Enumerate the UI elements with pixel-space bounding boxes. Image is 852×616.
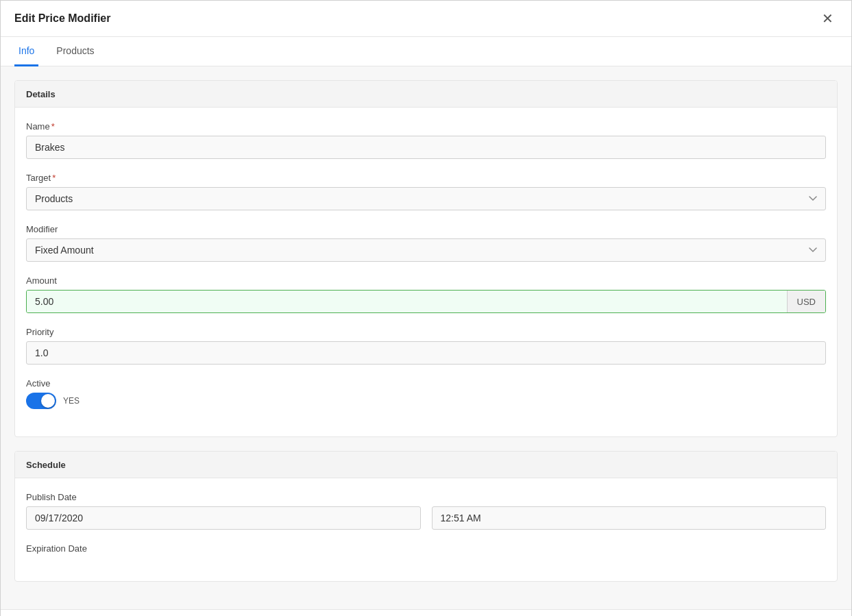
amount-wrapper: USD: [26, 290, 826, 313]
edit-price-modifier-modal: Edit Price Modifier ✕ Info Products Deta…: [0, 0, 852, 616]
modal-header: Edit Price Modifier ✕: [1, 1, 851, 37]
active-toggle[interactable]: [26, 393, 56, 409]
tabs-container: Info Products: [1, 37, 851, 66]
active-row: YES: [26, 393, 826, 409]
publish-date-input[interactable]: [26, 506, 421, 530]
tab-products[interactable]: Products: [52, 37, 98, 66]
target-select[interactable]: Products Categories Customers: [26, 187, 826, 210]
modifier-group: Modifier Fixed Amount Percentage Overrid…: [26, 224, 826, 262]
priority-label: Priority: [26, 327, 826, 337]
active-group: Active YES: [26, 378, 826, 409]
name-input[interactable]: [26, 136, 826, 159]
priority-input[interactable]: [26, 341, 826, 365]
priority-group: Priority: [26, 327, 826, 365]
modifier-select[interactable]: Fixed Amount Percentage Override: [26, 238, 826, 262]
toggle-slider: [26, 393, 56, 409]
schedule-section-body: Publish Date Expiration Date: [15, 478, 837, 581]
publish-date-row: [26, 506, 826, 530]
publish-date-group: Publish Date: [26, 492, 826, 530]
amount-unit: USD: [787, 291, 825, 312]
tab-info[interactable]: Info: [14, 37, 38, 66]
details-section-title: Details: [26, 89, 56, 99]
schedule-section: Schedule Publish Date Expiration Date: [14, 451, 838, 582]
modifier-label: Modifier: [26, 224, 826, 234]
schedule-section-header: Schedule: [15, 452, 837, 478]
name-label: Name*: [26, 121, 826, 132]
modal-footer: Cancel Save: [1, 609, 851, 616]
details-section: Details Name* Target* Products: [14, 80, 838, 437]
details-section-body: Name* Target* Products Categories Custom…: [15, 108, 837, 436]
modal-body: Details Name* Target* Products: [1, 66, 851, 609]
amount-label: Amount: [26, 275, 826, 286]
publish-time-input[interactable]: [432, 506, 827, 530]
schedule-section-title: Schedule: [26, 460, 66, 470]
active-toggle-label: YES: [63, 396, 80, 406]
active-label: Active: [26, 378, 826, 389]
expiration-date-group: Expiration Date: [26, 543, 826, 554]
target-group: Target* Products Categories Customers: [26, 173, 826, 210]
modal-title: Edit Price Modifier: [14, 12, 110, 25]
amount-input[interactable]: [27, 291, 787, 312]
target-label: Target*: [26, 173, 826, 183]
details-section-header: Details: [15, 81, 837, 108]
name-group: Name*: [26, 121, 826, 159]
expiration-date-label: Expiration Date: [26, 543, 826, 554]
publish-date-label: Publish Date: [26, 492, 826, 502]
close-button[interactable]: ✕: [818, 10, 838, 27]
amount-group: Amount USD: [26, 275, 826, 313]
